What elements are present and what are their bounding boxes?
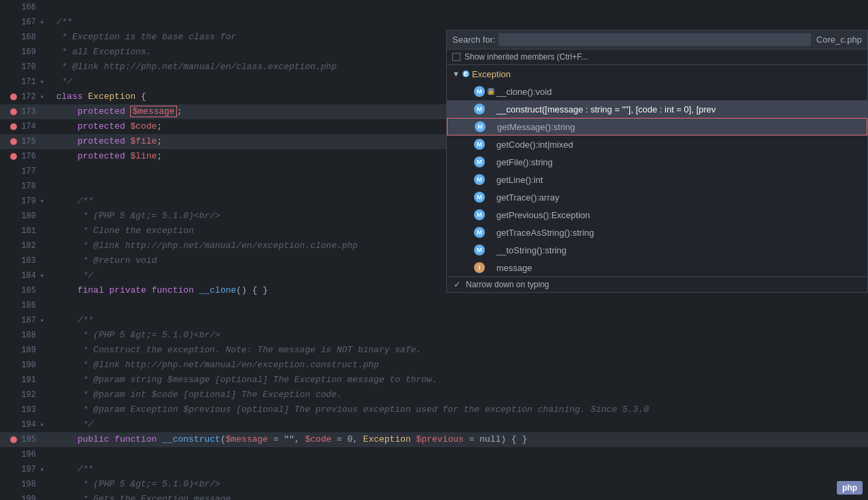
tree-item[interactable]: MgetFile():string <box>447 153 867 171</box>
tree-item[interactable]: MgetMessage():string <box>447 118 867 136</box>
line-gutter: 188 <box>0 331 51 340</box>
line-gutter: 189 <box>0 346 51 355</box>
fold-arrow[interactable]: ▾ <box>39 79 45 85</box>
code-content: * Gets the Exception message <box>51 492 231 500</box>
code-comment: * @param Exception $previous [optional] … <box>56 404 649 415</box>
panel-filename: Core_c.php <box>816 35 862 45</box>
tree-items-list: M🔒__clone():voidM__construct([message : … <box>447 83 867 276</box>
search-input[interactable] <box>498 33 811 46</box>
line-number: 177 <box>17 167 36 176</box>
code-token: $message <box>226 434 268 444</box>
panel-footer: ✓ Narrow down on typing <box>447 276 867 292</box>
code-token: $file <box>130 136 157 146</box>
line-gutter: 196 <box>0 450 51 459</box>
breakpoint-dot <box>10 93 17 100</box>
line-row: 190 * @link http://php.net/manual/en/exc… <box>0 358 868 373</box>
line-gutter: 172▾ <box>0 92 51 102</box>
member-label: __construct([message : string = ""], [co… <box>496 104 716 114</box>
code-token: function <box>151 285 193 295</box>
tree-item[interactable]: M🔒__clone():void <box>447 83 867 100</box>
member-type-icon: M <box>474 209 485 220</box>
code-comment: * (PHP 5 &gt;= 5.1.0)<br/> <box>56 330 220 340</box>
line-gutter: 186 <box>0 301 51 310</box>
member-type-icon: M <box>474 227 485 238</box>
line-gutter: 178 <box>0 182 51 191</box>
code-token: __clone <box>199 285 237 295</box>
line-row: 198 * (PHP 5 &gt;= 5.1.0)<br/> <box>0 477 868 492</box>
code-comment: * all Exceptions. <box>56 47 151 57</box>
code-comment: * @link http://php.net/manual/en/excepti… <box>56 360 379 370</box>
member-label: getLine():int <box>496 175 543 185</box>
narrow-checkbox[interactable]: ✓ <box>452 280 462 289</box>
tree-item[interactable]: M__toString():string <box>447 241 867 259</box>
fold-arrow[interactable]: ▾ <box>39 19 45 26</box>
fold-arrow[interactable]: ▾ <box>39 198 45 205</box>
code-token: ( <box>220 434 226 444</box>
class-row[interactable]: ▼ E Exception <box>447 65 867 83</box>
line-number: 199 <box>17 495 36 500</box>
code-token: protected <box>77 136 125 146</box>
code-content: */ <box>51 417 94 432</box>
code-content: protected $message; <box>51 104 182 119</box>
code-content: final private function __clone() { } <box>51 283 268 298</box>
fold-arrow[interactable]: ▾ <box>39 93 45 100</box>
fold-arrow[interactable]: ▾ <box>39 466 45 473</box>
fold-arrow[interactable]: ▾ <box>39 317 45 324</box>
member-label: __clone():void <box>496 87 552 97</box>
tree-item[interactable]: Imessage <box>447 259 867 276</box>
tree-items: ▼ E Exception M🔒__clone():voidM__constru… <box>447 65 867 276</box>
line-row: 193 * @param Exception $previous [option… <box>0 402 868 417</box>
tree-item[interactable]: MgetTrace():array <box>447 188 867 206</box>
line-number: 174 <box>17 122 36 131</box>
line-number: 185 <box>17 286 36 295</box>
line-gutter: 192 <box>0 390 51 400</box>
line-row: 197▾ /** <box>0 462 868 477</box>
code-token: () { } <box>236 285 268 295</box>
autocomplete-panel: Search for: Core_c.php Show inherited me… <box>446 30 868 293</box>
line-number: 173 <box>17 107 36 117</box>
code-content: */ <box>51 268 94 283</box>
inherit-checkbox[interactable] <box>452 53 460 61</box>
tree-item[interactable]: M__construct([message : string = ""], [c… <box>447 100 867 118</box>
line-gutter: 180 <box>0 211 51 221</box>
code-token: ; <box>157 136 162 146</box>
tree-item[interactable]: MgetLine():int <box>447 171 867 188</box>
code-token: Exception <box>363 434 411 444</box>
code-content: /** <box>51 313 94 328</box>
line-gutter: 187▾ <box>0 316 51 325</box>
tree-item[interactable]: MgetPrevious():Exception <box>447 206 867 224</box>
line-number: 192 <box>17 390 36 400</box>
code-token <box>56 106 77 117</box>
code-token: ; <box>157 121 162 131</box>
line-number: 183 <box>17 256 36 266</box>
code-token <box>109 434 115 444</box>
fold-arrow[interactable]: ▾ <box>39 272 45 279</box>
code-comment: * (PHP 5 &gt;= 5.1.0)<br/> <box>56 211 220 221</box>
code-token <box>56 434 77 444</box>
code-content: protected $line; <box>51 149 162 164</box>
line-number: 171 <box>17 77 36 87</box>
code-token: $code <box>305 434 332 444</box>
member-type-icon: M <box>474 104 485 114</box>
line-gutter: 181 <box>0 226 51 236</box>
member-label: getTrace():array <box>496 192 559 203</box>
panel-header: Search for: Core_c.php <box>447 30 867 49</box>
line-row: 191 * @param string $message [optional] … <box>0 373 868 388</box>
code-content: * (PHP 5 &gt;= 5.1.0)<br/> <box>51 477 220 492</box>
breakpoint-dot <box>10 138 17 145</box>
code-content: * @link http://php.net/manual/en/excepti… <box>51 238 358 253</box>
line-gutter: 182 <box>0 241 51 251</box>
tree-item[interactable]: MgetCode():int|mixed <box>447 136 867 153</box>
code-token: = null) { } <box>464 434 528 444</box>
inherit-row[interactable]: Show inherited members (Ctrl+F... <box>447 49 867 65</box>
fold-arrow[interactable]: ▾ <box>39 421 45 428</box>
member-type-icon: M <box>474 192 485 203</box>
php-badge: php <box>837 481 863 495</box>
line-number: 186 <box>17 301 36 310</box>
member-type-icon: I <box>474 262 485 273</box>
line-number: 180 <box>17 211 36 221</box>
tree-item[interactable]: MgetTraceAsString():string <box>447 224 867 241</box>
line-number: 188 <box>17 331 36 340</box>
line-number: 168 <box>17 33 36 42</box>
line-gutter: 168 <box>0 33 51 42</box>
